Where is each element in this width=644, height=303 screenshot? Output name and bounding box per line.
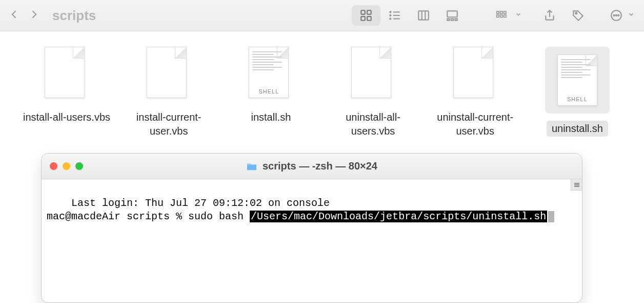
list-view-button[interactable]	[380, 5, 409, 26]
file-label: uninstall-all-users.vbs	[327, 110, 419, 138]
svg-point-23	[575, 12, 577, 14]
svg-rect-19	[500, 11, 502, 13]
svg-point-26	[616, 15, 617, 16]
terminal-body[interactable]: Last login: Thu Jul 27 09:12:02 on conso…	[42, 179, 582, 302]
svg-point-6	[390, 15, 391, 16]
file-grid: install-all-users.vbs install-current-us…	[0, 31, 644, 138]
svg-point-8	[390, 18, 391, 19]
back-button[interactable]	[9, 8, 19, 23]
terminal-window[interactable]: scripts — -zsh — 80×24 Last login: Thu J…	[41, 153, 582, 303]
shell-document-icon: SHELL	[545, 47, 610, 113]
svg-rect-15	[451, 19, 453, 21]
folder-title: scripts	[52, 8, 96, 24]
scroll-indicator-icon[interactable]	[571, 179, 582, 191]
terminal-prompt: mac@macdeAir scripts %	[47, 211, 188, 222]
svg-rect-1	[367, 10, 371, 14]
file-label: install.sh	[251, 110, 291, 124]
document-icon	[453, 47, 497, 103]
svg-point-25	[614, 15, 615, 16]
svg-rect-18	[497, 15, 499, 17]
file-label: uninstall.sh	[547, 121, 608, 137]
folder-icon	[246, 162, 257, 171]
svg-rect-22	[504, 15, 506, 17]
file-item[interactable]: install-current-user.vbs	[123, 47, 215, 138]
terminal-command: sudo bash	[188, 211, 250, 222]
svg-rect-2	[361, 16, 365, 21]
gallery-view-button[interactable]	[438, 5, 467, 26]
svg-rect-0	[361, 10, 365, 14]
actions-button[interactable]	[602, 5, 635, 26]
svg-rect-20	[500, 15, 502, 17]
icon-view-button[interactable]	[352, 5, 380, 26]
svg-rect-21	[504, 11, 506, 13]
svg-rect-10	[418, 11, 429, 20]
document-icon	[147, 47, 191, 103]
svg-rect-3	[367, 16, 371, 21]
tags-button[interactable]	[564, 5, 593, 26]
terminal-title: scripts — -zsh — 80×24	[246, 160, 377, 172]
file-item-selected[interactable]: SHELL uninstall.sh	[531, 47, 623, 138]
file-item[interactable]: SHELL install.sh	[225, 47, 317, 138]
file-item[interactable]: uninstall-current-user.vbs	[429, 47, 521, 138]
document-icon	[351, 47, 395, 103]
file-label: install-current-user.vbs	[123, 110, 215, 138]
terminal-titlebar[interactable]: scripts — -zsh — 80×24	[42, 154, 582, 179]
column-view-button[interactable]	[409, 5, 438, 26]
minimize-window-button[interactable]	[63, 162, 70, 170]
zoom-window-button[interactable]	[75, 162, 83, 170]
chevron-down-icon	[628, 11, 635, 20]
forward-button[interactable]	[29, 8, 39, 23]
view-mode-group	[352, 5, 467, 26]
svg-rect-14	[447, 19, 449, 21]
terminal-line: Last login: Thu Jul 27 09:12:02 on conso…	[71, 197, 330, 209]
svg-rect-13	[447, 11, 457, 17]
shell-document-icon: SHELL	[249, 47, 293, 103]
group-by-control[interactable]	[487, 5, 522, 26]
svg-rect-17	[497, 11, 499, 13]
finder-toolbar: scripts	[0, 0, 644, 31]
file-label: uninstall-current-user.vbs	[429, 110, 521, 138]
svg-point-4	[390, 11, 391, 12]
nav-arrows	[9, 8, 39, 23]
window-controls	[50, 162, 83, 170]
file-item[interactable]: uninstall-all-users.vbs	[327, 47, 419, 138]
share-button[interactable]	[535, 5, 564, 26]
svg-point-27	[618, 15, 619, 16]
file-item[interactable]: install-all-users.vbs	[21, 47, 113, 138]
file-label: install-all-users.vbs	[23, 110, 110, 124]
chevron-down-icon	[515, 11, 522, 20]
document-icon	[45, 47, 89, 103]
cursor-icon	[548, 211, 554, 222]
close-window-button[interactable]	[50, 162, 57, 170]
svg-rect-16	[455, 19, 457, 21]
terminal-command-path: /Users/mac/Downloads/jetbra/scripts/unin…	[250, 211, 547, 222]
